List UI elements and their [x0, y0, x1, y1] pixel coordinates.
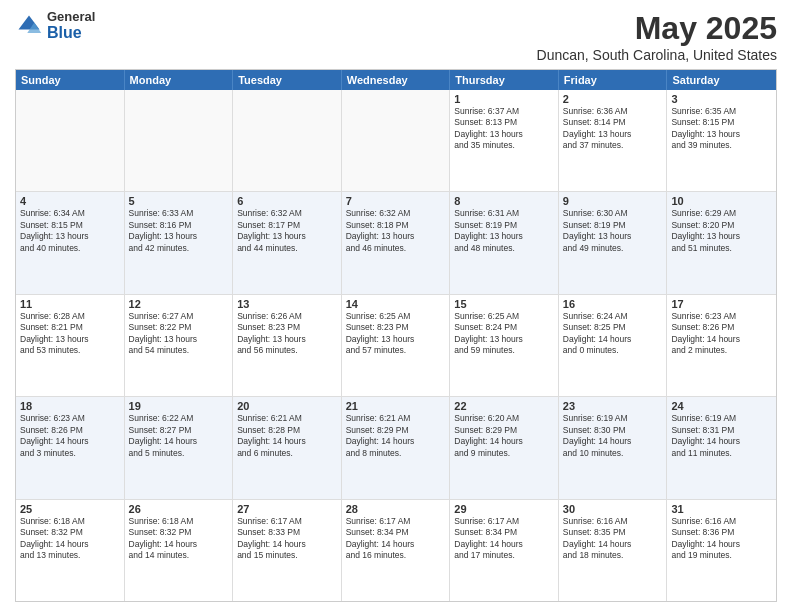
- cell-info: Sunrise: 6:36 AM Sunset: 8:14 PM Dayligh…: [563, 106, 663, 152]
- cell-date: 26: [129, 503, 229, 515]
- cell-date: 19: [129, 400, 229, 412]
- calendar-cell-3-6: 16Sunrise: 6:24 AM Sunset: 8:25 PM Dayli…: [559, 295, 668, 396]
- cell-date: 23: [563, 400, 663, 412]
- cell-date: 30: [563, 503, 663, 515]
- cell-date: 10: [671, 195, 772, 207]
- calendar-cell-5-7: 31Sunrise: 6:16 AM Sunset: 8:36 PM Dayli…: [667, 500, 776, 601]
- calendar-cell-3-1: 11Sunrise: 6:28 AM Sunset: 8:21 PM Dayli…: [16, 295, 125, 396]
- cell-info: Sunrise: 6:24 AM Sunset: 8:25 PM Dayligh…: [563, 311, 663, 357]
- logo-general-text: General: [47, 10, 95, 24]
- cell-info: Sunrise: 6:37 AM Sunset: 8:13 PM Dayligh…: [454, 106, 554, 152]
- cell-date: 18: [20, 400, 120, 412]
- cell-date: 5: [129, 195, 229, 207]
- calendar-cell-2-5: 8Sunrise: 6:31 AM Sunset: 8:19 PM Daylig…: [450, 192, 559, 293]
- cell-date: 7: [346, 195, 446, 207]
- weekday-header-saturday: Saturday: [667, 70, 776, 90]
- cell-date: 4: [20, 195, 120, 207]
- calendar-cell-3-3: 13Sunrise: 6:26 AM Sunset: 8:23 PM Dayli…: [233, 295, 342, 396]
- calendar-cell-1-6: 2Sunrise: 6:36 AM Sunset: 8:14 PM Daylig…: [559, 90, 668, 191]
- cell-info: Sunrise: 6:19 AM Sunset: 8:30 PM Dayligh…: [563, 413, 663, 459]
- calendar-week-5: 25Sunrise: 6:18 AM Sunset: 8:32 PM Dayli…: [16, 500, 776, 601]
- cell-date: 17: [671, 298, 772, 310]
- calendar-cell-1-2: [125, 90, 234, 191]
- cell-date: 25: [20, 503, 120, 515]
- calendar: SundayMondayTuesdayWednesdayThursdayFrid…: [15, 69, 777, 602]
- cell-info: Sunrise: 6:16 AM Sunset: 8:36 PM Dayligh…: [671, 516, 772, 562]
- calendar-cell-5-3: 27Sunrise: 6:17 AM Sunset: 8:33 PM Dayli…: [233, 500, 342, 601]
- calendar-cell-1-3: [233, 90, 342, 191]
- logo-icon: [15, 12, 43, 40]
- calendar-body: 1Sunrise: 6:37 AM Sunset: 8:13 PM Daylig…: [16, 90, 776, 601]
- calendar-cell-1-7: 3Sunrise: 6:35 AM Sunset: 8:15 PM Daylig…: [667, 90, 776, 191]
- cell-info: Sunrise: 6:17 AM Sunset: 8:34 PM Dayligh…: [454, 516, 554, 562]
- calendar-week-2: 4Sunrise: 6:34 AM Sunset: 8:15 PM Daylig…: [16, 192, 776, 294]
- page: General Blue May 2025 Duncan, South Caro…: [0, 0, 792, 612]
- cell-date: 11: [20, 298, 120, 310]
- calendar-cell-5-5: 29Sunrise: 6:17 AM Sunset: 8:34 PM Dayli…: [450, 500, 559, 601]
- calendar-cell-2-1: 4Sunrise: 6:34 AM Sunset: 8:15 PM Daylig…: [16, 192, 125, 293]
- calendar-cell-2-6: 9Sunrise: 6:30 AM Sunset: 8:19 PM Daylig…: [559, 192, 668, 293]
- cell-date: 13: [237, 298, 337, 310]
- calendar-cell-4-5: 22Sunrise: 6:20 AM Sunset: 8:29 PM Dayli…: [450, 397, 559, 498]
- cell-info: Sunrise: 6:25 AM Sunset: 8:23 PM Dayligh…: [346, 311, 446, 357]
- cell-date: 1: [454, 93, 554, 105]
- calendar-cell-2-7: 10Sunrise: 6:29 AM Sunset: 8:20 PM Dayli…: [667, 192, 776, 293]
- cell-info: Sunrise: 6:26 AM Sunset: 8:23 PM Dayligh…: [237, 311, 337, 357]
- cell-date: 14: [346, 298, 446, 310]
- cell-date: 12: [129, 298, 229, 310]
- cell-date: 2: [563, 93, 663, 105]
- cell-info: Sunrise: 6:21 AM Sunset: 8:29 PM Dayligh…: [346, 413, 446, 459]
- calendar-cell-3-2: 12Sunrise: 6:27 AM Sunset: 8:22 PM Dayli…: [125, 295, 234, 396]
- calendar-week-4: 18Sunrise: 6:23 AM Sunset: 8:26 PM Dayli…: [16, 397, 776, 499]
- weekday-header-thursday: Thursday: [450, 70, 559, 90]
- cell-date: 9: [563, 195, 663, 207]
- title-block: May 2025 Duncan, South Carolina, United …: [537, 10, 777, 63]
- cell-date: 8: [454, 195, 554, 207]
- weekday-header-wednesday: Wednesday: [342, 70, 451, 90]
- cell-info: Sunrise: 6:30 AM Sunset: 8:19 PM Dayligh…: [563, 208, 663, 254]
- logo: General Blue: [15, 10, 95, 42]
- cell-date: 16: [563, 298, 663, 310]
- cell-info: Sunrise: 6:33 AM Sunset: 8:16 PM Dayligh…: [129, 208, 229, 254]
- cell-info: Sunrise: 6:34 AM Sunset: 8:15 PM Dayligh…: [20, 208, 120, 254]
- cell-info: Sunrise: 6:19 AM Sunset: 8:31 PM Dayligh…: [671, 413, 772, 459]
- cell-date: 27: [237, 503, 337, 515]
- cell-info: Sunrise: 6:20 AM Sunset: 8:29 PM Dayligh…: [454, 413, 554, 459]
- calendar-cell-5-2: 26Sunrise: 6:18 AM Sunset: 8:32 PM Dayli…: [125, 500, 234, 601]
- calendar-cell-4-2: 19Sunrise: 6:22 AM Sunset: 8:27 PM Dayli…: [125, 397, 234, 498]
- calendar-cell-1-1: [16, 90, 125, 191]
- calendar-cell-1-5: 1Sunrise: 6:37 AM Sunset: 8:13 PM Daylig…: [450, 90, 559, 191]
- cell-info: Sunrise: 6:32 AM Sunset: 8:17 PM Dayligh…: [237, 208, 337, 254]
- header: General Blue May 2025 Duncan, South Caro…: [15, 10, 777, 63]
- cell-info: Sunrise: 6:28 AM Sunset: 8:21 PM Dayligh…: [20, 311, 120, 357]
- cell-date: 22: [454, 400, 554, 412]
- weekday-header-friday: Friday: [559, 70, 668, 90]
- weekday-header-sunday: Sunday: [16, 70, 125, 90]
- calendar-cell-4-4: 21Sunrise: 6:21 AM Sunset: 8:29 PM Dayli…: [342, 397, 451, 498]
- logo-blue-text: Blue: [47, 24, 95, 42]
- cell-date: 21: [346, 400, 446, 412]
- cell-info: Sunrise: 6:21 AM Sunset: 8:28 PM Dayligh…: [237, 413, 337, 459]
- calendar-cell-3-4: 14Sunrise: 6:25 AM Sunset: 8:23 PM Dayli…: [342, 295, 451, 396]
- calendar-cell-5-1: 25Sunrise: 6:18 AM Sunset: 8:32 PM Dayli…: [16, 500, 125, 601]
- calendar-title: May 2025: [537, 10, 777, 47]
- calendar-cell-2-2: 5Sunrise: 6:33 AM Sunset: 8:16 PM Daylig…: [125, 192, 234, 293]
- calendar-week-1: 1Sunrise: 6:37 AM Sunset: 8:13 PM Daylig…: [16, 90, 776, 192]
- calendar-cell-4-3: 20Sunrise: 6:21 AM Sunset: 8:28 PM Dayli…: [233, 397, 342, 498]
- cell-date: 20: [237, 400, 337, 412]
- cell-info: Sunrise: 6:18 AM Sunset: 8:32 PM Dayligh…: [20, 516, 120, 562]
- cell-info: Sunrise: 6:35 AM Sunset: 8:15 PM Dayligh…: [671, 106, 772, 152]
- calendar-header-row: SundayMondayTuesdayWednesdayThursdayFrid…: [16, 70, 776, 90]
- calendar-cell-3-7: 17Sunrise: 6:23 AM Sunset: 8:26 PM Dayli…: [667, 295, 776, 396]
- calendar-week-3: 11Sunrise: 6:28 AM Sunset: 8:21 PM Dayli…: [16, 295, 776, 397]
- cell-info: Sunrise: 6:31 AM Sunset: 8:19 PM Dayligh…: [454, 208, 554, 254]
- cell-info: Sunrise: 6:29 AM Sunset: 8:20 PM Dayligh…: [671, 208, 772, 254]
- calendar-cell-1-4: [342, 90, 451, 191]
- calendar-cell-4-6: 23Sunrise: 6:19 AM Sunset: 8:30 PM Dayli…: [559, 397, 668, 498]
- cell-date: 28: [346, 503, 446, 515]
- calendar-cell-2-4: 7Sunrise: 6:32 AM Sunset: 8:18 PM Daylig…: [342, 192, 451, 293]
- cell-date: 6: [237, 195, 337, 207]
- weekday-header-monday: Monday: [125, 70, 234, 90]
- cell-info: Sunrise: 6:22 AM Sunset: 8:27 PM Dayligh…: [129, 413, 229, 459]
- cell-info: Sunrise: 6:17 AM Sunset: 8:33 PM Dayligh…: [237, 516, 337, 562]
